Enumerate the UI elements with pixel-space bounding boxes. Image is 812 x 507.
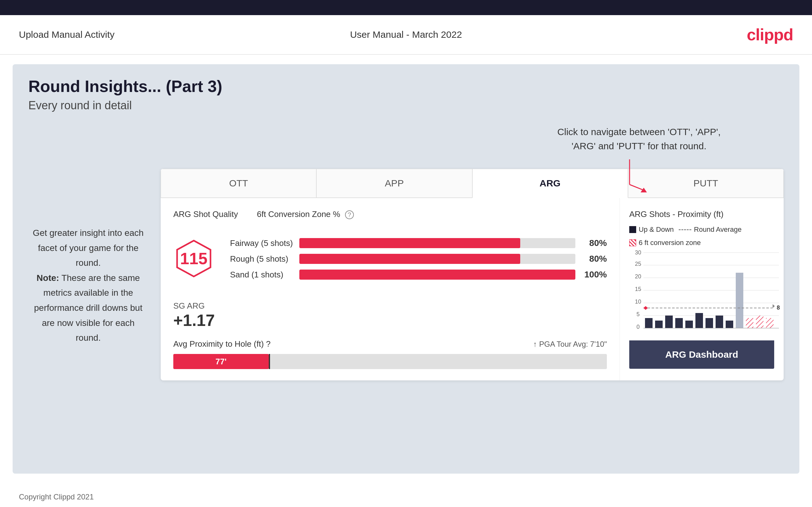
legend-updown-label: Up & Down bbox=[639, 225, 674, 234]
round-avg-marker bbox=[644, 306, 648, 310]
chart-bar-hatch-3 bbox=[766, 318, 773, 328]
legend-6ft-label: 6 ft conversion zone bbox=[639, 239, 701, 247]
bars-section: Fairway (5 shots) 80% Rough (5 shots) bbox=[230, 238, 607, 285]
top-bar bbox=[0, 0, 812, 15]
chart-title: ARG Shots - Proximity (ft) bbox=[629, 210, 774, 219]
legend-dashed-icon bbox=[679, 229, 691, 230]
legend-item-6ft: 6 ft conversion zone bbox=[629, 239, 701, 247]
card: OTT APP ARG PUTT ARG Shot Quality 6ft Co… bbox=[161, 169, 783, 380]
section-headers: ARG Shot Quality 6ft Conversion Zone % ? bbox=[173, 210, 607, 229]
bar-label-fairway: Fairway (5 shots) bbox=[230, 238, 293, 248]
proximity-bar-fill: 77' bbox=[173, 354, 269, 369]
svg-text:15: 15 bbox=[635, 286, 641, 292]
arg-dashboard-button[interactable]: ARG Dashboard bbox=[629, 340, 774, 369]
chart-bar-2 bbox=[655, 321, 663, 328]
proximity-title: Avg Proximity to Hole (ft) ? bbox=[173, 339, 271, 349]
bar-row-rough: Rough (5 shots) 80% bbox=[230, 254, 607, 264]
bar-label-sand: Sand (1 shots) bbox=[230, 270, 293, 280]
annotation-text: Click to navigate between 'OTT', 'APP','… bbox=[557, 125, 721, 153]
header: Upload Manual Activity User Manual - Mar… bbox=[0, 15, 812, 55]
proximity-chart: 0 5 10 15 20 25 30 bbox=[629, 250, 780, 332]
proximity-cursor bbox=[269, 354, 270, 369]
bar-row-sand: Sand (1 shots) 100% bbox=[230, 270, 607, 280]
bar-label-rough: Rough (5 shots) bbox=[230, 254, 293, 264]
sg-value: +1.17 bbox=[173, 311, 607, 330]
hexagon-badge: 115 bbox=[173, 238, 214, 279]
proximity-value: 77' bbox=[215, 357, 226, 367]
legend-roundavg-label: Round Average bbox=[694, 225, 742, 234]
manual-label: User Manual - March 2022 bbox=[350, 29, 462, 40]
proximity-bar-container: 77' bbox=[173, 354, 607, 369]
bar-row-fairway: Fairway (5 shots) 80% bbox=[230, 238, 607, 248]
bar-fill-rough bbox=[299, 254, 520, 264]
note-text: These are the same metrics available in … bbox=[34, 273, 142, 343]
page-subtitle: Every round in detail bbox=[29, 99, 783, 112]
help-icon[interactable]: ? bbox=[345, 210, 354, 219]
upload-label[interactable]: Upload Manual Activity bbox=[19, 29, 115, 40]
card-body: ARG Shot Quality 6ft Conversion Zone % ? bbox=[161, 198, 783, 380]
main-content: Round Insights... (Part 3) Every round i… bbox=[13, 64, 799, 473]
legend-hatched-icon bbox=[629, 239, 636, 246]
hex-value: 115 bbox=[180, 249, 208, 268]
hex-bars-row: 115 Fairway (5 shots) 80% bbox=[173, 238, 607, 292]
note-label: Note: bbox=[37, 273, 59, 283]
svg-text:10: 10 bbox=[635, 298, 641, 305]
bar-container-sand bbox=[299, 270, 575, 280]
round-avg-arrow bbox=[773, 304, 775, 310]
chart-area: 0 5 10 15 20 25 30 bbox=[629, 250, 774, 334]
svg-text:20: 20 bbox=[635, 273, 641, 280]
chart-bar-5 bbox=[685, 321, 693, 328]
svg-marker-2 bbox=[641, 188, 647, 192]
copyright: Copyright Clippd 2021 bbox=[19, 493, 94, 501]
chart-bar-hatch-1 bbox=[746, 318, 753, 328]
footer: Copyright Clippd 2021 bbox=[0, 483, 812, 507]
conversion-title: 6ft Conversion Zone % ? bbox=[257, 210, 354, 219]
chart-bar-4 bbox=[675, 318, 683, 328]
round-avg-value-label: 8 bbox=[777, 304, 780, 311]
chart-bar-6 bbox=[696, 313, 703, 328]
bar-pct-fairway: 80% bbox=[582, 238, 607, 248]
proximity-help-icon[interactable]: ? bbox=[266, 339, 270, 349]
chart-legend: Up & Down Round Average 6 ft conversion … bbox=[629, 225, 774, 247]
card-right: ARG Shots - Proximity (ft) Up & Down Rou… bbox=[620, 198, 783, 380]
legend-item-roundavg: Round Average bbox=[679, 225, 742, 234]
legend-item-updown: Up & Down bbox=[629, 225, 674, 234]
annotation-area: Click to navigate between 'OTT', 'APP','… bbox=[29, 125, 783, 194]
svg-text:30: 30 bbox=[635, 250, 641, 256]
chart-bar-10 bbox=[736, 273, 743, 328]
bar-fill-fairway bbox=[299, 238, 520, 248]
chart-bar-1 bbox=[645, 318, 653, 328]
pga-avg: ↑ PGA Tour Avg: 7'10" bbox=[533, 340, 607, 349]
bar-container-fairway bbox=[299, 238, 575, 248]
bar-pct-rough: 80% bbox=[582, 254, 607, 264]
content-row: Get greater insight into each facet of y… bbox=[29, 169, 783, 380]
bar-container-rough bbox=[299, 254, 575, 264]
left-panel-text: Get greater insight into each facet of y… bbox=[29, 225, 148, 345]
legend-square-icon bbox=[629, 226, 636, 233]
chart-bar-3 bbox=[665, 316, 673, 328]
svg-text:0: 0 bbox=[637, 324, 640, 330]
svg-text:25: 25 bbox=[635, 261, 641, 267]
chart-bar-hatch-2 bbox=[756, 316, 763, 328]
proximity-section: Avg Proximity to Hole (ft) ? ↑ PGA Tour … bbox=[173, 339, 607, 369]
shot-quality-title: ARG Shot Quality bbox=[173, 210, 238, 219]
chart-bar-9 bbox=[726, 321, 733, 328]
svg-text:5: 5 bbox=[637, 311, 640, 318]
card-left: ARG Shot Quality 6ft Conversion Zone % ? bbox=[161, 198, 620, 380]
chart-bar-7 bbox=[706, 318, 713, 328]
left-panel: Get greater insight into each facet of y… bbox=[29, 169, 148, 345]
proximity-header: Avg Proximity to Hole (ft) ? ↑ PGA Tour … bbox=[173, 339, 607, 349]
chart-bar-8 bbox=[716, 316, 723, 328]
sg-label: SG ARG bbox=[173, 301, 607, 311]
bar-pct-sand: 100% bbox=[582, 270, 607, 280]
sg-section: SG ARG +1.17 bbox=[173, 301, 607, 330]
bar-fill-sand bbox=[299, 270, 575, 280]
annotation-container: Click to navigate between 'OTT', 'APP','… bbox=[557, 125, 721, 194]
page-title: Round Insights... (Part 3) bbox=[29, 77, 783, 96]
annotation-arrow bbox=[626, 156, 652, 194]
logo[interactable]: clippd bbox=[747, 25, 793, 44]
